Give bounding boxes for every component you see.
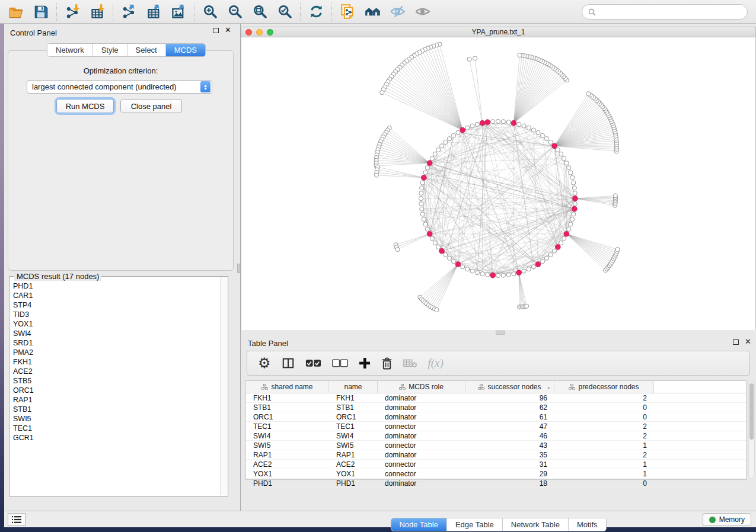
cell-MCDS-role[interactable]: dominator — [378, 413, 465, 421]
cell-shared-name[interactable]: ACE2 — [246, 460, 329, 469]
tab-edge-table[interactable]: Edge Table — [446, 518, 502, 531]
cell-successor-nodes[interactable]: 18 — [465, 479, 554, 488]
cell-MCDS-role[interactable]: dominator — [378, 394, 465, 402]
search-box[interactable] — [582, 4, 748, 20]
close-panel-icon[interactable]: ✕ — [225, 27, 231, 33]
save-button[interactable] — [28, 2, 53, 22]
refresh-button[interactable] — [304, 2, 328, 22]
float-panel-icon[interactable] — [213, 28, 219, 33]
mcds-result-item[interactable]: PHD1 — [11, 281, 219, 291]
mcds-result-item[interactable]: CAR1 — [11, 291, 219, 300]
duplicate-network-button[interactable] — [335, 2, 360, 22]
close-table-panel-icon[interactable]: ✕ — [745, 339, 751, 345]
cell-successor-nodes[interactable]: 31 — [465, 460, 554, 469]
cell-predecessor-nodes[interactable]: 1 — [554, 460, 654, 469]
cell-predecessor-nodes[interactable]: 2 — [554, 451, 654, 459]
cell-shared-name[interactable]: STB1 — [246, 403, 329, 412]
cell-predecessor-nodes[interactable]: 1 — [554, 470, 654, 478]
column-header-shared-name[interactable]: shared name — [246, 381, 329, 393]
table-row[interactable]: ACE2ACE2connector311 — [246, 460, 746, 469]
mcds-result-item[interactable]: PMA2 — [11, 348, 219, 357]
cell-successor-nodes[interactable]: 62 — [465, 403, 554, 412]
mcds-result-item[interactable]: ORC1 — [11, 386, 219, 395]
cell-shared-name[interactable]: FKH1 — [246, 394, 329, 402]
mcds-result-item[interactable]: SWI5 — [11, 414, 219, 424]
cell-successor-nodes[interactable]: 46 — [465, 432, 554, 440]
cell-shared-name[interactable]: TEC1 — [246, 422, 329, 431]
cell-predecessor-nodes[interactable]: 2 — [554, 422, 654, 431]
column-header-predecessor-nodes[interactable]: predecessor nodes — [554, 381, 654, 393]
table-scrollbar-thumb[interactable] — [749, 383, 754, 440]
cell-name[interactable]: FKH1 — [329, 394, 378, 402]
mcds-result-item[interactable]: FKH1 — [11, 357, 219, 367]
tab-mcds[interactable]: MCDS — [165, 44, 205, 56]
table-row[interactable]: FKH1FKH1dominator962 — [246, 393, 746, 403]
cell-predecessor-nodes[interactable]: 0 — [554, 479, 654, 488]
mcds-result-item[interactable]: SWI4 — [11, 329, 219, 338]
cell-shared-name[interactable]: SWI5 — [246, 441, 329, 450]
cell-predecessor-nodes[interactable]: 0 — [554, 413, 654, 421]
import-network-button[interactable] — [60, 2, 85, 22]
mcds-result-item[interactable]: TID3 — [11, 310, 219, 319]
mcds-result-item[interactable]: RAP1 — [11, 395, 219, 405]
float-table-panel-icon[interactable] — [733, 339, 739, 345]
cell-successor-nodes[interactable]: 61 — [465, 413, 554, 421]
close-panel-button[interactable]: Close panel — [120, 99, 182, 113]
network-window-titlebar[interactable]: YPA_prune.txt_1 — [241, 27, 756, 37]
cell-name[interactable]: TEC1 — [329, 422, 378, 431]
tab-style[interactable]: Style — [92, 44, 127, 56]
cell-MCDS-role[interactable]: dominator — [378, 432, 465, 440]
table-row[interactable]: STB1STB1dominator620 — [246, 403, 746, 412]
export-table-button[interactable] — [141, 2, 166, 22]
mcds-result-item[interactable]: STB5 — [11, 376, 219, 386]
tab-motifs[interactable]: Motifs — [568, 518, 606, 531]
cell-MCDS-role[interactable]: connector — [378, 441, 465, 450]
deselect-all-icon[interactable] — [332, 359, 348, 367]
table-row[interactable]: RAP1RAP1dominator352 — [246, 450, 746, 460]
cell-MCDS-role[interactable]: connector — [378, 422, 465, 431]
optimization-criterion-select[interactable]: largest connected component (undirected)… — [27, 80, 212, 94]
tab-network[interactable]: Network — [47, 44, 92, 56]
automation-panel-button[interactable] — [8, 513, 25, 526]
open-folder-button[interactable] — [4, 2, 28, 22]
table-row[interactable]: TEC1TEC1connector472 — [246, 422, 746, 431]
cell-shared-name[interactable]: PHD1 — [246, 479, 329, 488]
tab-select[interactable]: Select — [127, 44, 165, 56]
tab-network-table[interactable]: Network Table — [502, 518, 568, 531]
cell-name[interactable]: PHD1 — [329, 479, 378, 488]
network-canvas[interactable] — [241, 37, 756, 354]
search-input[interactable] — [599, 8, 741, 16]
cell-name[interactable]: ORC1 — [329, 413, 378, 421]
mcds-result-item[interactable]: STB1 — [11, 405, 219, 414]
show-hidden-button[interactable] — [410, 2, 435, 22]
cell-name[interactable]: YOX1 — [329, 470, 378, 478]
columns-icon[interactable] — [282, 357, 295, 370]
cell-MCDS-role[interactable]: connector — [378, 460, 465, 469]
column-header-name[interactable]: name — [329, 381, 378, 393]
cell-predecessor-nodes[interactable]: 2 — [554, 432, 654, 440]
select-all-icon[interactable] — [305, 359, 321, 367]
cell-name[interactable]: STB1 — [329, 403, 378, 412]
add-icon[interactable] — [359, 357, 371, 369]
mcds-result-item[interactable]: TEC1 — [11, 424, 219, 433]
delete-icon[interactable] — [381, 357, 393, 370]
horizontal-splitter[interactable] — [241, 330, 756, 335]
cell-shared-name[interactable]: SWI4 — [246, 432, 329, 440]
gear-icon[interactable]: ⚙ — [258, 356, 271, 370]
cell-name[interactable]: RAP1 — [329, 451, 378, 459]
mcds-result-item[interactable]: ACE2 — [11, 367, 219, 376]
import-table-button[interactable] — [85, 2, 110, 22]
cell-successor-nodes[interactable]: 47 — [465, 422, 554, 431]
cell-name[interactable]: SWI4 — [329, 432, 378, 440]
mcds-result-item[interactable]: GCR1 — [11, 433, 219, 443]
cell-predecessor-nodes[interactable]: 1 — [554, 441, 654, 450]
cell-MCDS-role[interactable]: dominator — [378, 479, 465, 488]
zoom-out-button[interactable] — [222, 2, 247, 22]
mcds-result-list[interactable]: PHD1CAR1STP4TID3YOX1SWI4SRD1PMA2FKH1ACE2… — [11, 281, 219, 495]
cell-successor-nodes[interactable]: 29 — [465, 470, 554, 478]
hide-selected-button[interactable] — [385, 2, 410, 22]
cell-shared-name[interactable]: ORC1 — [246, 413, 329, 421]
cell-MCDS-role[interactable]: connector — [378, 470, 465, 478]
column-header-MCDS-role[interactable]: MCDS role — [378, 381, 465, 393]
table-row[interactable]: YOX1YOX1connector291 — [246, 469, 746, 479]
